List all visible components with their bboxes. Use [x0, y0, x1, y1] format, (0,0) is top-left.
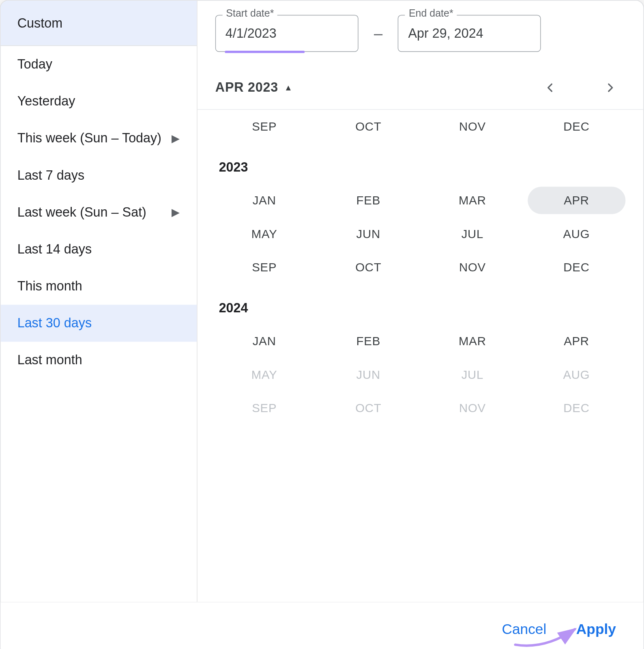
apply-button[interactable]: Apply: [576, 621, 616, 637]
date-separator: –: [374, 24, 382, 43]
start-date-field[interactable]: Start date*: [215, 15, 358, 52]
footer: Cancel Apply: [0, 602, 643, 649]
month-cell[interactable]: DEC: [528, 113, 626, 140]
month-cell: OCT: [319, 394, 417, 422]
month-cell[interactable]: JAN: [215, 327, 313, 355]
start-date-input[interactable]: [215, 15, 358, 52]
start-date-label: Start date*: [222, 8, 277, 19]
month-cell[interactable]: OCT: [319, 113, 417, 140]
preset-item[interactable]: Last 30 days: [0, 305, 197, 342]
month-cell[interactable]: SEP: [215, 113, 313, 140]
month-dropdown-label: APR 2023: [215, 80, 278, 95]
month-cell[interactable]: APR: [528, 187, 626, 214]
preset-item[interactable]: This month: [0, 268, 197, 305]
preset-item-label: Last 7 days: [17, 168, 84, 183]
chevron-left-icon: [545, 82, 556, 93]
preset-item-label: This week (Sun – Today): [17, 131, 161, 146]
preset-list: Custom TodayYesterdayThis week (Sun – To…: [0, 0, 197, 602]
preset-item[interactable]: Yesterday: [0, 83, 197, 120]
end-date-field[interactable]: End date*: [398, 15, 541, 52]
month-dropdown[interactable]: APR 2023 ▲: [215, 80, 293, 95]
month-cell[interactable]: APR: [528, 327, 626, 355]
preset-item-label: Last week (Sun – Sat): [17, 204, 146, 220]
cancel-button[interactable]: Cancel: [502, 621, 546, 637]
next-month-button[interactable]: [598, 76, 622, 100]
chevron-right-icon: ▶: [172, 206, 180, 219]
month-cell[interactable]: MAR: [423, 187, 522, 214]
month-cell[interactable]: NOV: [423, 254, 522, 281]
month-cell[interactable]: AUG: [528, 220, 626, 248]
chevron-right-icon: [605, 82, 615, 93]
year-label: 2023: [215, 143, 626, 184]
preset-item-label: Last 30 days: [17, 316, 92, 331]
preset-item[interactable]: Last month: [0, 342, 197, 379]
preset-item[interactable]: Last week (Sun – Sat)▶: [0, 194, 197, 231]
month-cell[interactable]: DEC: [528, 254, 626, 281]
preset-item-label: This month: [17, 279, 82, 294]
prev-month-button[interactable]: [539, 76, 562, 100]
caret-up-icon: ▲: [284, 83, 293, 92]
month-header: APR 2023 ▲: [215, 66, 626, 109]
month-cell[interactable]: MAR: [423, 327, 522, 355]
month-cell: JUL: [423, 361, 522, 389]
preset-item-label: Today: [17, 57, 52, 72]
month-cell: NOV: [423, 394, 522, 422]
month-cell[interactable]: JUL: [423, 220, 522, 248]
month-cell: AUG: [528, 361, 626, 389]
preset-item-label: Last 14 days: [17, 242, 92, 257]
month-cell[interactable]: JUN: [319, 220, 417, 248]
preset-custom[interactable]: Custom: [0, 0, 197, 46]
preset-item[interactable]: Last 7 days: [0, 157, 197, 194]
preset-item[interactable]: This week (Sun – Today)▶: [0, 120, 197, 157]
end-date-label: End date*: [405, 8, 457, 19]
preset-custom-label: Custom: [17, 15, 62, 30]
preset-item[interactable]: Last 14 days: [0, 231, 197, 268]
month-cell[interactable]: NOV: [423, 113, 522, 140]
year-label: 2024: [215, 284, 626, 324]
month-cell[interactable]: MAY: [215, 220, 313, 248]
month-cell[interactable]: OCT: [319, 254, 417, 281]
month-cell[interactable]: FEB: [319, 327, 417, 355]
end-date-input[interactable]: [398, 15, 541, 52]
chevron-right-icon: ▶: [172, 132, 180, 145]
month-cell[interactable]: SEP: [215, 254, 313, 281]
month-cell[interactable]: JAN: [215, 187, 313, 214]
preset-item[interactable]: Today: [0, 46, 197, 83]
month-grid[interactable]: SEPOCTNOVDEC2023JANFEBMARAPRMAYJUNJULAUG…: [197, 109, 644, 596]
preset-item-label: Last month: [17, 352, 82, 368]
month-cell: SEP: [215, 394, 313, 422]
month-cell: MAY: [215, 361, 313, 389]
preset-item-label: Yesterday: [17, 94, 75, 109]
calendar-panel: Start date* – End date* APR 2023 ▲: [197, 0, 644, 602]
month-cell[interactable]: FEB: [319, 187, 417, 214]
date-range-picker: Custom TodayYesterdayThis week (Sun – To…: [0, 0, 644, 649]
month-cell: DEC: [528, 394, 626, 422]
month-cell: JUN: [319, 361, 417, 389]
date-inputs: Start date* – End date*: [215, 13, 626, 66]
